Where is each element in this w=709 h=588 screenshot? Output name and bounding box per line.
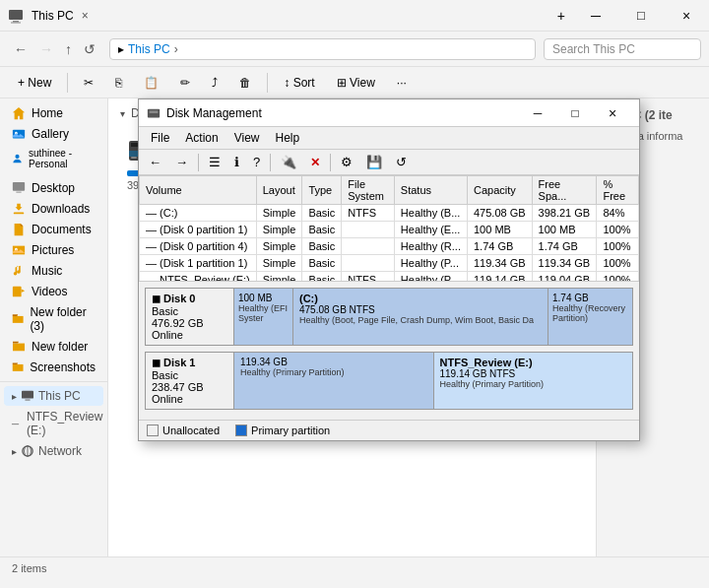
- th-pctfree: % Free: [597, 176, 639, 205]
- up-btn[interactable]: ↑: [59, 37, 78, 61]
- dm-table-row[interactable]: — (C:)SimpleBasicNTFSHealthy (B...475.08…: [140, 205, 639, 222]
- documents-icon: [12, 223, 26, 236]
- address-bar[interactable]: ▸ This PC ›: [109, 38, 536, 60]
- svg-rect-12: [25, 399, 30, 400]
- cut-btn[interactable]: ✂: [74, 72, 103, 94]
- dm-close-btn[interactable]: ×: [594, 99, 631, 127]
- sidebar-item-home[interactable]: Home: [4, 103, 103, 123]
- window-controls: ─ □ ×: [573, 0, 709, 32]
- forward-btn[interactable]: →: [33, 37, 59, 61]
- toolbar-sep1: [67, 73, 68, 93]
- dm-menu-view[interactable]: View: [226, 129, 268, 147]
- sidebar-group-network[interactable]: ▸ Network: [4, 441, 103, 461]
- rename-btn[interactable]: ✏: [170, 72, 200, 94]
- dm-disk0-p1-desc: Healthy (EFI Syster: [238, 303, 289, 323]
- dm-list-tool[interactable]: ☰: [203, 152, 226, 172]
- folder3-icon: [12, 361, 24, 373]
- sidebar-item-newfolder[interactable]: New folder: [4, 337, 103, 357]
- minimize-btn[interactable]: ─: [573, 0, 618, 32]
- dm-back-tool[interactable]: ←: [143, 152, 167, 172]
- new-btn[interactable]: + New: [8, 72, 61, 94]
- th-status: Status: [394, 176, 467, 205]
- legend-primary-label: Primary partition: [251, 425, 330, 436]
- dm-disk0-part2[interactable]: (C:) 475.08 GB NTFS Healthy (Boot, Page …: [293, 289, 548, 345]
- share-btn[interactable]: ⤴: [202, 72, 227, 94]
- dm-table-row[interactable]: — (Disk 0 partition 1)SimpleBasicHealthy…: [140, 222, 639, 238]
- dm-disk0-type: Basic: [152, 305, 227, 317]
- sidebar-item-desktop[interactable]: Desktop: [4, 178, 103, 198]
- dm-connect-tool[interactable]: 🔌: [275, 152, 302, 172]
- dm-disk0-status: Online: [152, 329, 227, 341]
- dm-delete-tool[interactable]: ✕: [304, 153, 326, 172]
- dm-info-tool[interactable]: ℹ: [228, 152, 245, 172]
- dm-disk0-label: ◼ Disk 0 Basic 476.92 GB Online: [146, 289, 234, 345]
- sidebar-item-newfolder3[interactable]: New folder (3): [4, 302, 103, 336]
- dm-fwd-tool[interactable]: →: [169, 152, 194, 172]
- dm-help-tool[interactable]: ?: [247, 152, 266, 172]
- dm-refresh-tool[interactable]: ↺: [390, 152, 413, 172]
- sidebar-item-documents[interactable]: Documents: [4, 220, 103, 239]
- copy-btn[interactable]: ⎘: [105, 72, 132, 94]
- address-path[interactable]: This PC: [128, 42, 170, 56]
- dm-disk1-type: Basic: [152, 369, 227, 381]
- sidebar-item-suthinee[interactable]: suthinee - Personal: [4, 145, 103, 172]
- dm-disk1-p2-size: 119.14 GB NTFS: [440, 368, 627, 379]
- disk-mgmt-window: Disk Management ─ □ × File Action View H…: [138, 98, 640, 441]
- dm-disk0-p2-size: 475.08 GB NTFS: [299, 304, 542, 315]
- maximize-btn[interactable]: □: [618, 0, 664, 32]
- svg-point-5: [15, 155, 19, 159]
- search-box[interactable]: Search This PC: [544, 38, 701, 60]
- sidebar-item-screenshots[interactable]: Screenshots: [4, 358, 103, 377]
- sidebar-item-pictures[interactable]: Pictures: [4, 240, 103, 260]
- sidebar-group-thispc[interactable]: ▸ This PC: [4, 386, 103, 406]
- dm-menu-action[interactable]: Action: [177, 129, 226, 147]
- dm-menu-help[interactable]: Help: [268, 129, 308, 147]
- network-arrow-icon: ▸: [12, 446, 17, 457]
- dm-toolbar: ← → ☰ ℹ ? 🔌 ✕ ⚙ 💾 ↺: [139, 150, 639, 175]
- svg-rect-27: [150, 110, 159, 113]
- ntfs-arrow-icon: ─: [12, 419, 19, 429]
- dm-disk1-part1[interactable]: 119.34 GB Healthy (Primary Partition): [234, 353, 434, 409]
- sidebar: Home Gallery suthinee - Personal Desktop…: [0, 98, 108, 556]
- dm-title-icon: [147, 106, 161, 120]
- dm-disk0-p3-size: 1.74 GB: [552, 293, 628, 303]
- desktop-icon: [12, 181, 26, 195]
- sidebar-item-videos[interactable]: Videos: [4, 282, 103, 301]
- sidebar-item-gallery[interactable]: Gallery: [4, 124, 103, 144]
- delete-btn[interactable]: 🗑: [229, 72, 261, 94]
- legend-primary: Primary partition: [235, 425, 330, 436]
- refresh-btn[interactable]: ↺: [78, 37, 101, 61]
- dm-table-row[interactable]: — (Disk 1 partition 1)SimpleBasicHealthy…: [140, 255, 639, 272]
- dm-table-row[interactable]: — NTFS_Review (E:)SimpleBasicNTFSHealthy…: [140, 272, 639, 283]
- dm-table-container[interactable]: Volume Layout Type File System Status Ca…: [139, 175, 639, 282]
- tab-close-btn[interactable]: ×: [82, 9, 89, 23]
- sidebar-item-music[interactable]: Music: [4, 261, 103, 281]
- dm-disk1-p2-name: NTFS_Review (E:): [440, 357, 627, 368]
- dm-table-row[interactable]: — (Disk 0 partition 4)SimpleBasicHealthy…: [140, 238, 639, 255]
- dm-disk0-p1-size: 100 MB: [238, 293, 289, 303]
- dm-disk-tool[interactable]: 💾: [360, 152, 388, 172]
- sidebar-group-ntfs[interactable]: ─ NTFS_Review (E:): [4, 407, 103, 440]
- legend-unalloc-box: [147, 425, 159, 436]
- dm-maximize-btn[interactable]: □: [556, 99, 594, 127]
- dm-disk0-part3[interactable]: 1.74 GB Healthy (Recovery Partition): [548, 289, 632, 345]
- sidebar-item-downloads[interactable]: Downloads: [4, 199, 103, 219]
- dm-disk0-row: ◼ Disk 0 Basic 476.92 GB Online 100 MB H…: [145, 288, 633, 346]
- view-btn[interactable]: ⊞ View: [327, 72, 385, 94]
- dm-disk1-part2[interactable]: NTFS_Review (E:) 119.14 GB NTFS Healthy …: [434, 353, 633, 409]
- dm-minimize-btn[interactable]: ─: [519, 99, 556, 127]
- dm-disk1-p1-size: 119.34 GB: [240, 357, 427, 367]
- add-tab-btn[interactable]: +: [549, 8, 573, 24]
- back-btn[interactable]: ←: [8, 37, 33, 61]
- tab-label: This PC: [32, 9, 74, 23]
- this-pc-icon: [8, 8, 24, 24]
- dm-disk0-part1[interactable]: 100 MB Healthy (EFI Syster: [234, 289, 293, 345]
- svg-rect-11: [22, 391, 33, 399]
- close-btn[interactable]: ×: [664, 0, 709, 32]
- dm-menu-file[interactable]: File: [143, 129, 177, 147]
- dm-disk0-p2-desc: Healthy (Boot, Page File, Crash Dump, Wi…: [299, 315, 542, 325]
- paste-btn[interactable]: 📋: [134, 72, 168, 94]
- sort-btn[interactable]: ↕ Sort: [274, 72, 324, 94]
- dm-properties-tool[interactable]: ⚙: [335, 152, 358, 172]
- more-btn[interactable]: ···: [387, 72, 417, 94]
